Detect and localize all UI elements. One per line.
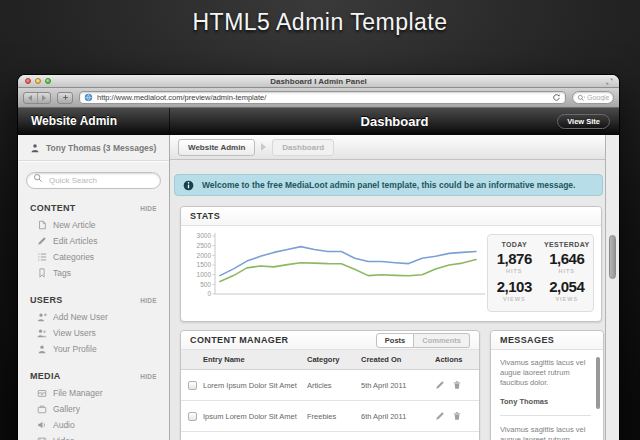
- page-scrollbar[interactable]: [605, 135, 619, 440]
- sidebar-item-gallery[interactable]: Gallery: [30, 401, 157, 417]
- sidebar-item-file-manager[interactable]: File Manager: [30, 385, 157, 401]
- svg-text:2500: 2500: [197, 242, 212, 249]
- browser-titlebar: Dashboard I Admin Panel: [18, 75, 619, 88]
- sidebar-item-label: Gallery: [53, 404, 80, 414]
- browser-window: Dashboard I Admin Panel: [18, 75, 619, 440]
- page-background: HTML5 Admin Template Dashboard I Admin P…: [0, 0, 640, 440]
- summary-col-yesterday: YESTERDAY: [541, 241, 594, 248]
- sidebar-item-view-users[interactable]: View Users: [30, 325, 157, 341]
- url-input[interactable]: [97, 93, 548, 102]
- sidebar: Tony Thomas (3 Messages) CONTENT HIDE: [18, 135, 170, 440]
- back-icon: [28, 95, 32, 101]
- page-scrollbar-thumb[interactable]: [609, 235, 616, 279]
- refresh-icon[interactable]: [552, 93, 561, 102]
- categories-icon: [37, 252, 47, 262]
- sidebar-item-audio[interactable]: Audio: [30, 417, 157, 433]
- breadcrumb-root[interactable]: Website Admin: [178, 139, 255, 156]
- col-actions: Actions: [435, 355, 479, 364]
- user-row[interactable]: Tony Thomas (3 Messages): [18, 135, 169, 161]
- svg-text:1000: 1000: [197, 271, 212, 278]
- yesterday-views: 2,054: [541, 278, 594, 295]
- cell-entry: Lorem Ipsum Dolor Sit Amet: [203, 381, 307, 390]
- row-checkbox[interactable]: [188, 381, 197, 390]
- tags-icon: [37, 268, 47, 278]
- add-user-icon: [37, 312, 47, 322]
- info-icon: [183, 180, 194, 191]
- summary-col-today: TODAY: [488, 241, 541, 248]
- section-title: USERS: [30, 295, 63, 305]
- new-article-icon: [37, 220, 47, 230]
- notice-text: Welcome to the free MediaLoot admin pane…: [202, 180, 575, 190]
- plus-icon: [62, 94, 69, 101]
- sidebar-item-label: Add New User: [53, 312, 108, 322]
- user-label: Tony Thomas (3 Messages): [46, 143, 156, 153]
- sidebar-item-label: Edit Articles: [53, 236, 97, 246]
- chevron-right-icon: [261, 143, 266, 151]
- hide-link[interactable]: HIDE: [140, 373, 157, 380]
- messages-scrollbar-thumb[interactable]: [596, 357, 600, 409]
- quick-search-input[interactable]: [26, 172, 161, 189]
- browser-search-field[interactable]: [572, 91, 614, 104]
- sidebar-item-add-new-user[interactable]: Add New User: [30, 309, 157, 325]
- edit-icon[interactable]: [435, 380, 445, 390]
- sidebar-item-categories[interactable]: Categories: [30, 249, 157, 265]
- browser-toolbar: [18, 88, 619, 108]
- search-icon: [577, 94, 585, 102]
- sidebar-item-edit-articles[interactable]: Edit Articles: [30, 233, 157, 249]
- audio-icon: [37, 420, 47, 430]
- new-tab-button[interactable]: [57, 92, 73, 104]
- hits-caption: HITS: [488, 268, 541, 274]
- breadcrumb: Website Admin Dashboard: [170, 135, 619, 160]
- table-row: Ipsum Lorem Dolor Sit Amet Freebies 6th …: [181, 401, 479, 432]
- hide-link[interactable]: HIDE: [140, 297, 157, 304]
- file-manager-icon: [37, 388, 47, 398]
- svg-text:2000: 2000: [197, 252, 212, 259]
- back-button[interactable]: [24, 93, 37, 103]
- globe-icon: [84, 93, 93, 102]
- resize-icon[interactable]: [606, 78, 613, 85]
- table-header: Entry Name Category Created On Actions: [181, 350, 479, 370]
- stats-summary: TODAY 1,876 HITS 2,103 VIEWS YESTERDAY 1…: [487, 234, 594, 312]
- tab-comments[interactable]: Comments: [414, 333, 470, 348]
- stats-title: STATS: [190, 211, 220, 221]
- page-title: HTML5 Admin Template: [0, 9, 640, 36]
- row-checkbox[interactable]: [188, 412, 197, 421]
- sidebar-item-label: File Manager: [53, 388, 103, 398]
- delete-icon[interactable]: [452, 380, 462, 390]
- cell-created: 5th April 2011: [361, 381, 435, 390]
- view-site-button[interactable]: View Site: [557, 114, 610, 129]
- sidebar-item-tags[interactable]: Tags: [30, 265, 157, 281]
- cell-category: Articles: [307, 381, 361, 390]
- breadcrumb-current: Dashboard: [272, 139, 334, 156]
- svg-text:0: 0: [207, 290, 211, 297]
- sidebar-section-users: USERS HIDE Add New User: [18, 295, 169, 357]
- section-title: CONTENT: [30, 203, 76, 213]
- sidebar-item-video[interactable]: Video: [30, 433, 157, 440]
- tab-posts[interactable]: Posts: [376, 333, 414, 348]
- cell-entry: Ipsum Lorem Dolor Sit Amet: [203, 412, 307, 421]
- content-manager-tabs: Posts Comments: [376, 333, 470, 348]
- sidebar-section-media: MEDIA HIDE File Manager: [18, 371, 169, 440]
- user-icon: [30, 143, 40, 153]
- messages-panel: MESSAGES Vivamus sagittis lacus vel augu…: [490, 330, 604, 440]
- sidebar-title: Website Admin: [18, 108, 170, 135]
- content-manager-panel: CONTENT MANAGER Posts Comments Entry Nam…: [180, 330, 480, 440]
- messages-title: MESSAGES: [500, 335, 554, 345]
- col-category: Category: [307, 355, 361, 364]
- delete-icon[interactable]: [452, 411, 462, 421]
- sidebar-item-label: View Users: [53, 328, 96, 338]
- browser-search-input[interactable]: [587, 94, 609, 101]
- notice-banner: Welcome to the free MediaLoot admin pane…: [174, 174, 603, 196]
- window-title: Dashboard I Admin Panel: [18, 75, 619, 88]
- sidebar-item-your-profile[interactable]: Your Profile: [30, 341, 157, 357]
- sidebar-item-new-article[interactable]: New Article: [30, 217, 157, 233]
- address-bar[interactable]: [79, 91, 566, 104]
- today-hits: 1,876: [488, 250, 541, 267]
- cell-category: Freebies: [307, 412, 361, 421]
- edit-icon[interactable]: [435, 411, 445, 421]
- forward-button[interactable]: [37, 93, 51, 103]
- message-text: Vivamus sagittis lacus vel augue laoreet…: [500, 358, 591, 388]
- hide-link[interactable]: HIDE: [140, 205, 157, 212]
- view-users-icon: [37, 328, 47, 338]
- section-title: MEDIA: [30, 371, 61, 381]
